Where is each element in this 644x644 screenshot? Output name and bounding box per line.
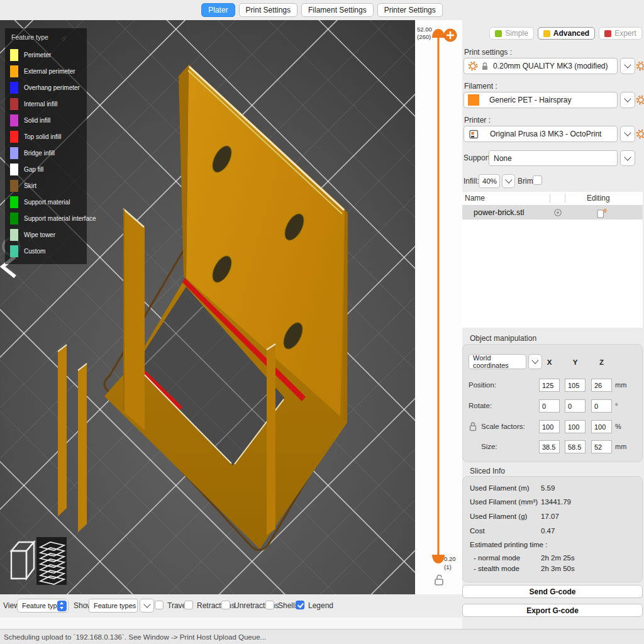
tab-print-settings[interactable]: Print Settings — [239, 3, 297, 17]
object-row-power-brick[interactable]: power-brick.stl 0 — [462, 206, 643, 219]
3d-viewport[interactable]: 8 6 — [0, 20, 415, 594]
lock-icon — [480, 61, 489, 71]
scale-z-field[interactable]: 100 — [591, 420, 612, 433]
wipe-tower-swatch — [10, 229, 18, 241]
retractions-checkbox[interactable] — [184, 601, 193, 609]
print-settings-dropdown-button[interactable] — [620, 58, 635, 74]
tab-filament-settings[interactable]: Filament Settings — [301, 3, 374, 17]
print-settings-label: Print settings : — [464, 48, 512, 57]
shells-checkbox[interactable] — [265, 601, 274, 609]
chevron-down-icon — [505, 176, 512, 183]
legend-item: Perimeter — [10, 47, 87, 63]
sliced-info-title: Sliced Info — [470, 467, 505, 475]
position-z-field[interactable]: 26 — [591, 379, 612, 392]
brim-checkbox[interactable] — [533, 175, 542, 185]
position-y-field[interactable]: 105 — [565, 379, 586, 392]
chevron-down-icon — [624, 153, 631, 160]
scale-unit: % — [615, 423, 621, 430]
unretractions-checkbox[interactable] — [221, 601, 230, 609]
perimeter-swatch — [10, 49, 18, 61]
position-x-field[interactable]: 125 — [539, 379, 560, 392]
advanced-mode-icon — [543, 30, 550, 37]
estimated-time-title: Estimated printing time : — [470, 541, 547, 548]
show-combo[interactable]: Feature types — [89, 599, 138, 613]
slider-bottom-height: 0.20 — [444, 555, 456, 562]
rotate-y-field[interactable]: 0 — [565, 399, 586, 413]
edit-layers-icon[interactable]: 0 — [596, 207, 608, 219]
chevron-down-icon — [624, 95, 631, 102]
printer-value: Original Prusa i3 MK3 - OctoPrint — [490, 130, 601, 138]
add-color-change-button[interactable] — [444, 29, 457, 42]
simple-mode-icon — [495, 30, 502, 37]
print-settings-gear-button[interactable] — [636, 61, 644, 71]
gear-icon — [468, 61, 478, 71]
size-x-field[interactable]: 38.5 — [539, 440, 560, 453]
eye-icon[interactable] — [553, 208, 562, 217]
chevron-down-icon — [624, 61, 631, 68]
size-unit: mm — [615, 443, 626, 450]
printer-label: Printer : — [464, 116, 491, 125]
name-column-header[interactable]: Name — [465, 194, 485, 203]
view-combo[interactable]: Feature type — [17, 599, 69, 613]
layer-slider[interactable]: 52.00 (260) 0.20 (1) — [415, 20, 462, 594]
status-text: Scheduling upload to `192.168.0.136`. Se… — [4, 633, 266, 641]
legend-title: Feature type — [11, 33, 87, 41]
tab-plater[interactable]: Plater — [201, 3, 235, 17]
cost-value: 0.47 — [541, 527, 555, 535]
scale-x-field[interactable]: 100 — [539, 420, 560, 433]
filament-gear-button[interactable] — [636, 95, 644, 105]
stealth-mode-label: - stealth mode — [474, 565, 519, 572]
column-separator — [550, 194, 550, 203]
infill-dropdown-button[interactable] — [502, 174, 515, 188]
mode-advanced-button[interactable]: Advanced — [538, 27, 595, 40]
chevron-down-icon — [531, 357, 538, 364]
chevron-down-icon — [143, 601, 150, 608]
show-dropdown-button[interactable] — [140, 599, 154, 613]
rotate-x-field[interactable]: 0 — [539, 399, 560, 413]
size-z-field[interactable]: 52 — [591, 440, 612, 453]
tab-printer-settings[interactable]: Printer Settings — [377, 3, 443, 17]
view-stepper[interactable] — [57, 601, 67, 611]
layer-slider-top-handle[interactable] — [432, 29, 445, 38]
filament-dropdown-button[interactable] — [620, 92, 635, 108]
legend-item: Wipe tower — [10, 226, 87, 243]
size-y-field[interactable]: 58.5 — [565, 440, 586, 453]
column-separator — [565, 194, 565, 203]
supports-combo[interactable]: None — [489, 150, 618, 166]
supports-dropdown-button[interactable] — [620, 150, 635, 166]
scale-y-field[interactable]: 100 — [565, 420, 586, 433]
send-gcode-button[interactable]: Send G-code — [462, 585, 643, 598]
printer-gear-button[interactable] — [636, 129, 644, 139]
legend-item: Internal infill — [10, 96, 87, 112]
mode-expert-button[interactable]: Expert — [599, 27, 642, 40]
cost-label: Cost — [470, 527, 485, 535]
legend-checkbox[interactable] — [296, 601, 304, 609]
travel-checkbox[interactable] — [155, 601, 164, 609]
legend-item: Skirt — [10, 177, 87, 194]
filament-combo[interactable]: Generic PET - Hairspray — [464, 92, 618, 108]
scale-label: Scale factors: — [481, 423, 525, 430]
export-gcode-button[interactable]: Export G-code — [462, 604, 643, 617]
infill-combo[interactable]: 40% — [479, 174, 500, 188]
external-perimeter-swatch — [10, 65, 18, 77]
mode-simple-button[interactable]: Simple — [489, 27, 534, 40]
object-name: power-brick.stl — [474, 208, 525, 217]
print-settings-combo[interactable]: 0.20mm QUALITY MK3 (modified) — [464, 58, 618, 74]
printer-icon — [469, 129, 479, 140]
scale-lock-icon[interactable] — [469, 421, 477, 431]
coordinates-combo[interactable]: World coordinates — [469, 354, 526, 369]
printer-combo[interactable]: Original Prusa i3 MK3 - OctoPrint — [464, 126, 618, 142]
rotate-z-field[interactable]: 0 — [591, 399, 612, 413]
layers-view-icon[interactable] — [36, 537, 67, 585]
expert-mode-icon — [604, 30, 611, 37]
legend-item: Top solid infill — [10, 128, 87, 145]
editing-column-header[interactable]: Editing — [587, 194, 610, 203]
legend-item: Gap fill — [10, 161, 87, 177]
slider-lock-icon[interactable] — [435, 575, 443, 586]
object-list: Name Editing power-brick.stl 0 — [462, 192, 643, 328]
printer-dropdown-button[interactable] — [620, 126, 635, 142]
view-mode-switch[interactable] — [8, 536, 68, 586]
layer-slider-bottom-handle[interactable] — [432, 555, 445, 564]
rotate-label: Rotate: — [469, 402, 492, 409]
3d-view-icon[interactable] — [11, 542, 34, 579]
